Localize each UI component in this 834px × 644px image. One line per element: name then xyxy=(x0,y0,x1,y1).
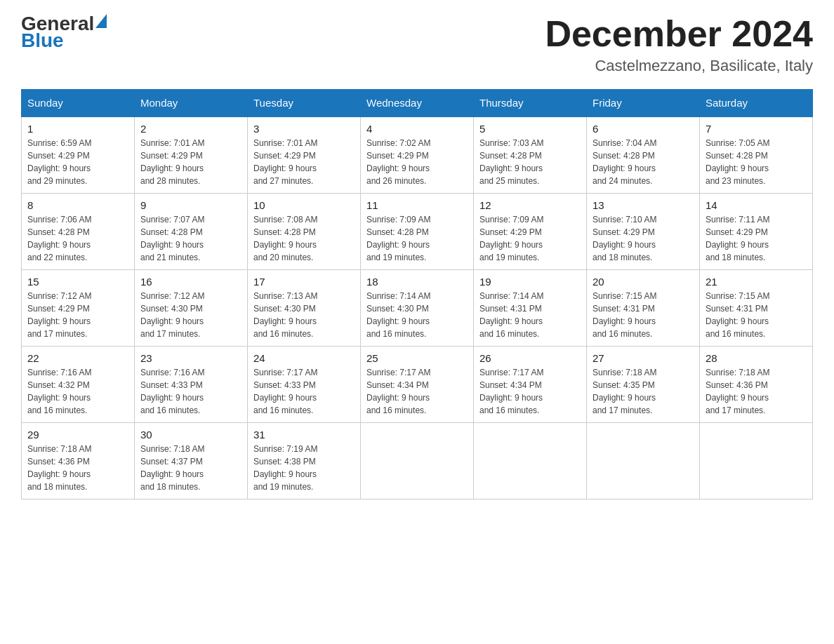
day-number: 19 xyxy=(479,276,581,288)
day-cell-25: 25Sunrise: 7:17 AM Sunset: 4:34 PM Dayli… xyxy=(361,347,474,423)
week-row-3: 15Sunrise: 7:12 AM Sunset: 4:29 PM Dayli… xyxy=(22,270,813,347)
day-info: Sunrise: 7:13 AM Sunset: 4:30 PM Dayligh… xyxy=(253,290,355,340)
day-info: Sunrise: 7:01 AM Sunset: 4:29 PM Dayligh… xyxy=(253,137,355,187)
day-cell-29: 29Sunrise: 7:18 AM Sunset: 4:36 PM Dayli… xyxy=(22,423,135,499)
day-cell-11: 11Sunrise: 7:09 AM Sunset: 4:28 PM Dayli… xyxy=(361,194,474,270)
day-number: 1 xyxy=(27,123,128,135)
day-number: 27 xyxy=(593,352,694,364)
day-number: 4 xyxy=(366,123,468,135)
day-cell-7: 7Sunrise: 7:05 AM Sunset: 4:28 PM Daylig… xyxy=(700,116,813,194)
day-number: 9 xyxy=(140,199,241,211)
day-info: Sunrise: 7:15 AM Sunset: 4:31 PM Dayligh… xyxy=(706,290,807,340)
day-number: 6 xyxy=(593,123,694,135)
week-row-4: 22Sunrise: 7:16 AM Sunset: 4:32 PM Dayli… xyxy=(22,347,813,423)
day-number: 14 xyxy=(706,199,807,211)
title-section: December 2024 Castelmezzano, Basilicate,… xyxy=(545,14,813,75)
day-number: 2 xyxy=(140,123,241,135)
day-info: Sunrise: 7:17 AM Sunset: 4:34 PM Dayligh… xyxy=(479,366,581,417)
day-info: Sunrise: 7:06 AM Sunset: 4:28 PM Dayligh… xyxy=(27,213,128,264)
week-row-5: 29Sunrise: 7:18 AM Sunset: 4:36 PM Dayli… xyxy=(22,423,813,499)
day-cell-12: 12Sunrise: 7:09 AM Sunset: 4:29 PM Dayli… xyxy=(474,194,587,270)
day-number: 23 xyxy=(140,352,241,364)
day-cell-14: 14Sunrise: 7:11 AM Sunset: 4:29 PM Dayli… xyxy=(700,194,813,270)
day-number: 31 xyxy=(253,429,355,441)
day-info: Sunrise: 7:02 AM Sunset: 4:29 PM Dayligh… xyxy=(366,137,468,187)
day-number: 5 xyxy=(479,123,581,135)
day-number: 16 xyxy=(140,276,241,288)
empty-cell xyxy=(474,423,587,499)
day-cell-20: 20Sunrise: 7:15 AM Sunset: 4:31 PM Dayli… xyxy=(587,270,700,347)
day-info: Sunrise: 7:17 AM Sunset: 4:33 PM Dayligh… xyxy=(253,366,355,417)
day-cell-1: 1Sunrise: 6:59 AM Sunset: 4:29 PM Daylig… xyxy=(22,116,135,194)
month-title: December 2024 xyxy=(545,14,813,54)
day-info: Sunrise: 7:09 AM Sunset: 4:28 PM Dayligh… xyxy=(366,213,468,264)
day-number: 15 xyxy=(27,276,128,288)
weekday-header-tuesday: Tuesday xyxy=(248,90,361,117)
day-number: 3 xyxy=(253,123,355,135)
day-info: Sunrise: 7:14 AM Sunset: 4:31 PM Dayligh… xyxy=(479,290,581,340)
day-info: Sunrise: 7:18 AM Sunset: 4:36 PM Dayligh… xyxy=(27,443,128,493)
day-cell-2: 2Sunrise: 7:01 AM Sunset: 4:29 PM Daylig… xyxy=(135,116,248,194)
weekday-header-friday: Friday xyxy=(587,90,700,117)
day-number: 8 xyxy=(27,199,128,211)
day-number: 12 xyxy=(479,199,581,211)
day-cell-10: 10Sunrise: 7:08 AM Sunset: 4:28 PM Dayli… xyxy=(248,194,361,270)
weekday-header-saturday: Saturday xyxy=(700,90,813,117)
day-cell-24: 24Sunrise: 7:17 AM Sunset: 4:33 PM Dayli… xyxy=(248,347,361,423)
day-info: Sunrise: 7:12 AM Sunset: 4:29 PM Dayligh… xyxy=(27,290,128,340)
day-cell-19: 19Sunrise: 7:14 AM Sunset: 4:31 PM Dayli… xyxy=(474,270,587,347)
day-info: Sunrise: 7:07 AM Sunset: 4:28 PM Dayligh… xyxy=(140,213,241,264)
day-cell-3: 3Sunrise: 7:01 AM Sunset: 4:29 PM Daylig… xyxy=(248,116,361,194)
day-cell-27: 27Sunrise: 7:18 AM Sunset: 4:35 PM Dayli… xyxy=(587,347,700,423)
logo: General Blue xyxy=(21,14,107,51)
day-cell-26: 26Sunrise: 7:17 AM Sunset: 4:34 PM Dayli… xyxy=(474,347,587,423)
day-info: Sunrise: 7:18 AM Sunset: 4:35 PM Dayligh… xyxy=(593,366,694,417)
day-number: 24 xyxy=(253,352,355,364)
day-cell-16: 16Sunrise: 7:12 AM Sunset: 4:30 PM Dayli… xyxy=(135,270,248,347)
weekday-header-sunday: Sunday xyxy=(22,90,135,117)
day-info: Sunrise: 7:04 AM Sunset: 4:28 PM Dayligh… xyxy=(593,137,694,187)
day-cell-5: 5Sunrise: 7:03 AM Sunset: 4:28 PM Daylig… xyxy=(474,116,587,194)
day-info: Sunrise: 7:03 AM Sunset: 4:28 PM Dayligh… xyxy=(479,137,581,187)
day-number: 29 xyxy=(27,429,128,441)
day-info: Sunrise: 7:15 AM Sunset: 4:31 PM Dayligh… xyxy=(593,290,694,340)
empty-cell xyxy=(361,423,474,499)
day-cell-8: 8Sunrise: 7:06 AM Sunset: 4:28 PM Daylig… xyxy=(22,194,135,270)
day-cell-4: 4Sunrise: 7:02 AM Sunset: 4:29 PM Daylig… xyxy=(361,116,474,194)
week-row-2: 8Sunrise: 7:06 AM Sunset: 4:28 PM Daylig… xyxy=(22,194,813,270)
day-info: Sunrise: 6:59 AM Sunset: 4:29 PM Dayligh… xyxy=(27,137,128,187)
day-cell-23: 23Sunrise: 7:16 AM Sunset: 4:33 PM Dayli… xyxy=(135,347,248,423)
day-cell-28: 28Sunrise: 7:18 AM Sunset: 4:36 PM Dayli… xyxy=(700,347,813,423)
day-cell-18: 18Sunrise: 7:14 AM Sunset: 4:30 PM Dayli… xyxy=(361,270,474,347)
day-number: 22 xyxy=(27,352,128,364)
day-number: 28 xyxy=(706,352,807,364)
day-info: Sunrise: 7:18 AM Sunset: 4:37 PM Dayligh… xyxy=(140,443,241,493)
weekday-header-monday: Monday xyxy=(135,90,248,117)
day-cell-30: 30Sunrise: 7:18 AM Sunset: 4:37 PM Dayli… xyxy=(135,423,248,499)
day-number: 13 xyxy=(593,199,694,211)
day-number: 17 xyxy=(253,276,355,288)
day-info: Sunrise: 7:19 AM Sunset: 4:38 PM Dayligh… xyxy=(253,443,355,493)
day-number: 18 xyxy=(366,276,468,288)
week-row-1: 1Sunrise: 6:59 AM Sunset: 4:29 PM Daylig… xyxy=(22,116,813,194)
day-cell-22: 22Sunrise: 7:16 AM Sunset: 4:32 PM Dayli… xyxy=(22,347,135,423)
day-info: Sunrise: 7:16 AM Sunset: 4:33 PM Dayligh… xyxy=(140,366,241,417)
day-number: 21 xyxy=(706,276,807,288)
day-info: Sunrise: 7:05 AM Sunset: 4:28 PM Dayligh… xyxy=(706,137,807,187)
day-info: Sunrise: 7:11 AM Sunset: 4:29 PM Dayligh… xyxy=(706,213,807,264)
empty-cell xyxy=(700,423,813,499)
day-info: Sunrise: 7:01 AM Sunset: 4:29 PM Dayligh… xyxy=(140,137,241,187)
day-number: 11 xyxy=(366,199,468,211)
day-info: Sunrise: 7:09 AM Sunset: 4:29 PM Dayligh… xyxy=(479,213,581,264)
day-info: Sunrise: 7:16 AM Sunset: 4:32 PM Dayligh… xyxy=(27,366,128,417)
day-info: Sunrise: 7:17 AM Sunset: 4:34 PM Dayligh… xyxy=(366,366,468,417)
day-cell-9: 9Sunrise: 7:07 AM Sunset: 4:28 PM Daylig… xyxy=(135,194,248,270)
weekday-header-wednesday: Wednesday xyxy=(361,90,474,117)
weekday-header-row: SundayMondayTuesdayWednesdayThursdayFrid… xyxy=(22,90,813,117)
page-header: General Blue December 2024 Castelmezzano… xyxy=(21,14,813,75)
day-cell-31: 31Sunrise: 7:19 AM Sunset: 4:38 PM Dayli… xyxy=(248,423,361,499)
day-cell-21: 21Sunrise: 7:15 AM Sunset: 4:31 PM Dayli… xyxy=(700,270,813,347)
day-number: 30 xyxy=(140,429,241,441)
day-number: 20 xyxy=(593,276,694,288)
logo-triangle-icon xyxy=(95,14,107,28)
